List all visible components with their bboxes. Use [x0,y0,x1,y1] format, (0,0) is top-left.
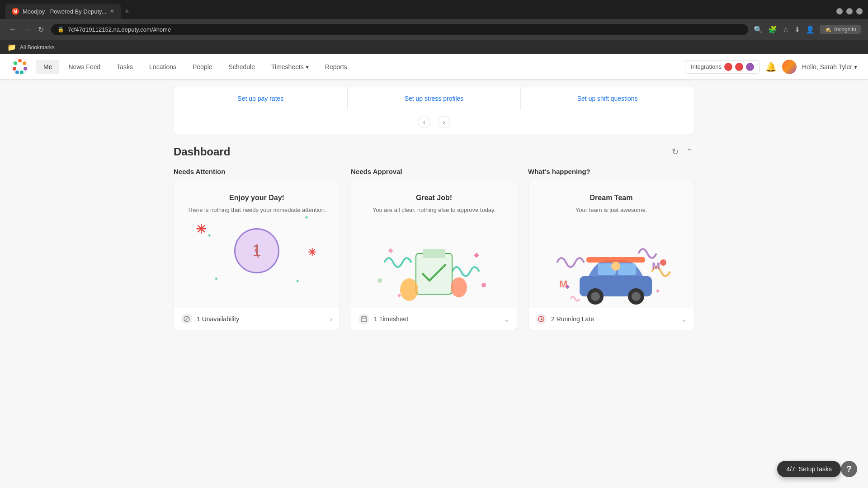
approval-illustration: Great Job! You are all clear, nothing el… [351,181,517,308]
running-late-row[interactable]: 2 Running Late ⌄ [528,308,694,330]
timesheet-row[interactable]: 1 Timesheet ⌄ [351,308,517,330]
reload-button[interactable]: ↻ [36,23,46,36]
timesheet-icon [359,314,369,324]
page-scroll-area[interactable]: Me News Feed Tasks Locations People Sche… [0,54,868,488]
nav-items: Me News Feed Tasks Locations People Sche… [36,60,685,74]
address-box[interactable]: 🔒 7cf47d19112152.na.deputy.com/#home [51,24,748,35]
svg-point-7 [14,61,17,65]
needs-attention-column: Needs Attention Enjoy your Day! There is… [174,168,340,330]
setup-tasks-button[interactable]: 4/7 Setup tasks [777,461,841,477]
teal-deco-3: ◆ [215,277,217,281]
collapse-button[interactable]: ⌃ [684,145,694,159]
help-button[interactable]: ? [841,461,857,477]
setup-tasks-label: Setup tasks [799,465,832,473]
active-tab[interactable]: M Moodjoy - Powered By Deputy... ✕ [5,4,121,19]
back-button[interactable]: ← [7,23,18,36]
app-logo[interactable] [11,57,36,77]
new-tab-button[interactable]: + [121,7,133,16]
nav-timesheets[interactable]: Timesheets ▾ [264,60,316,74]
happening-subtext: Your team is just awesome. [576,206,647,215]
svg-rect-33 [656,289,660,293]
extensions-icon[interactable]: 🧩 [768,25,777,34]
svg-rect-15 [474,253,479,258]
url-text: 7cf47d19112152.na.deputy.com/#home [68,26,742,33]
svg-text:M: M [559,278,567,290]
unavailability-chevron-icon: › [330,315,332,323]
carousel-nav: ‹ › [174,110,694,134]
whats-happening-card: Dream Team Your team is just awesome. [528,181,694,330]
timesheet-chevron-icon: ⌄ [504,315,509,324]
user-chevron-icon: ▾ [854,63,857,70]
svg-point-2 [23,61,26,65]
unavailability-text: 1 Unavailability [197,315,239,323]
whats-happening-title: What's happening? [528,168,694,175]
setup-shift-questions-link[interactable]: Set up shift questions [577,95,638,102]
asterisk-deco-1: ✳ [196,222,206,237]
svg-point-18 [377,278,382,283]
svg-point-17 [481,283,486,287]
user-avatar[interactable] [782,60,797,74]
svg-point-26 [632,292,641,301]
bookmark-icon[interactable]: ☆ [783,25,789,34]
profile-icon[interactable]: 👤 [806,25,815,34]
download-icon[interactable]: ⬇ [794,25,800,34]
dashboard-actions: ↻ ⌃ [670,145,694,159]
teal-deco-2: ◆ [208,233,211,237]
clock-number: 1 [252,241,261,260]
svg-point-1 [18,59,22,62]
nav-people[interactable]: People [185,60,220,74]
approval-subtext: You are all clear, nothing else to appro… [373,206,495,215]
svg-point-6 [13,67,16,70]
nav-locations[interactable]: Locations [142,60,184,74]
timesheet-left: 1 Timesheet [359,314,408,324]
window-controls: — □ ✕ [836,8,863,14]
forward-button[interactable]: → [22,23,33,36]
favicon: M [12,8,19,15]
unavailability-icon [181,314,192,324]
setup-stress-profiles-card[interactable]: Set up stress profiles [348,87,521,110]
unavailability-row[interactable]: 1 Unavailability › [174,308,340,330]
running-late-icon [536,314,547,324]
maximize-button[interactable]: □ [846,8,853,14]
svg-rect-10 [416,253,452,294]
all-bookmarks[interactable]: All Bookmarks [20,44,55,51]
carousel-prev-button[interactable]: ‹ [418,116,430,128]
setup-pay-rates-link[interactable]: Set up pay rates [237,95,283,102]
carousel-next-button[interactable]: › [438,116,450,128]
refresh-button[interactable]: ↻ [670,145,680,159]
nav-reports[interactable]: Reports [318,60,354,74]
nav-news-feed[interactable]: News Feed [61,60,108,74]
setup-cards-row: Set up pay rates Set up stress profiles … [174,87,694,110]
timesheet-text: 1 Timesheet [374,315,408,323]
minimize-button[interactable]: — [836,8,843,14]
integrations-button[interactable]: Integrations [685,60,760,74]
search-icon[interactable]: 🔍 [754,25,763,34]
setup-tasks-progress: 4/7 [786,465,795,473]
close-tab-button[interactable]: ✕ [110,8,114,14]
nav-schedule[interactable]: Schedule [222,60,262,74]
setup-cards-container: Set up pay rates Set up stress profiles … [174,87,694,134]
bookmarks-folder-icon: 📁 [7,43,16,52]
nav-buttons: ← → ↻ [7,23,46,36]
close-button[interactable]: ✕ [856,8,863,14]
teal-deco-1: ◆ [305,215,308,219]
clock-illustration: 1 [234,228,279,273]
svg-rect-19 [361,317,367,322]
lock-icon: 🔒 [57,26,64,33]
needs-approval-title: Needs Approval [351,168,517,175]
nav-me[interactable]: Me [36,60,59,74]
notifications-button[interactable]: 🔔 [765,61,777,72]
svg-line-9 [185,317,189,321]
setup-shift-questions-card[interactable]: Set up shift questions [521,87,694,110]
user-name[interactable]: Hello, Sarah Tyler ▾ [802,63,857,70]
dashboard-section: Dashboard ↻ ⌃ Needs Attention Enjoy your… [174,134,694,341]
bookmarks-bar: 📁 All Bookmarks [0,40,868,54]
nav-tasks[interactable]: Tasks [109,60,140,74]
whats-happening-column: What's happening? Dream Team Your team i… [528,168,694,330]
svg-point-5 [15,70,19,74]
running-late-left: 2 Running Late [536,314,594,324]
setup-stress-profiles-link[interactable]: Set up stress profiles [405,95,464,102]
setup-pay-rates-card[interactable]: Set up pay rates [174,87,348,110]
top-nav: Me News Feed Tasks Locations People Sche… [0,54,868,80]
attention-subtext: There is nothing that needs your immedia… [187,206,326,215]
